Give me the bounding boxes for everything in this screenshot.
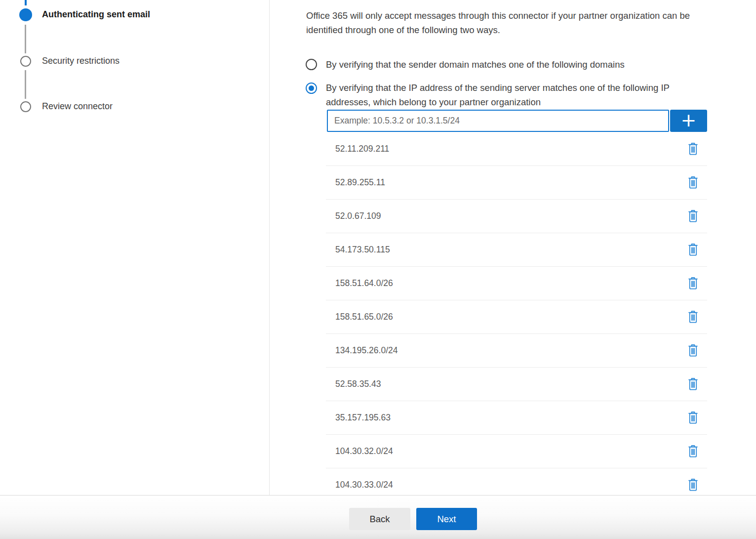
trash-icon xyxy=(687,344,699,357)
ip-list-row: 52.11.209.211 xyxy=(326,132,707,166)
ip-list-row: 158.51.64.0/26 xyxy=(326,267,707,300)
ip-address-value: 52.89.255.11 xyxy=(335,177,385,188)
ip-address-value: 158.51.65.0/26 xyxy=(335,312,393,322)
step-active-indicator-icon xyxy=(19,8,32,21)
ip-address-value: 52.0.67.109 xyxy=(335,211,381,221)
plus-icon: + xyxy=(681,111,697,129)
ip-address-value: 52.58.35.43 xyxy=(335,379,381,389)
trash-icon xyxy=(687,445,699,458)
trash-icon xyxy=(687,176,699,189)
ip-address-input[interactable] xyxy=(327,110,669,132)
authenticating-sent-email-panel: Office 365 will only accept messages thr… xyxy=(270,0,756,495)
trash-icon xyxy=(687,277,699,290)
ip-list-row: 52.58.35.43 xyxy=(326,368,707,401)
delete-ip-button[interactable] xyxy=(684,139,702,159)
ip-list-row: 134.195.26.0/24 xyxy=(326,334,707,368)
delete-ip-button[interactable] xyxy=(684,240,702,260)
delete-ip-button[interactable] xyxy=(684,475,702,495)
delete-ip-button[interactable] xyxy=(684,307,702,327)
delete-ip-button[interactable] xyxy=(684,341,702,361)
trash-icon xyxy=(687,411,699,424)
panel-description-line2: identified through one of the following … xyxy=(306,23,500,37)
radio-option-label[interactable]: By verifying that the sender domain matc… xyxy=(326,59,625,71)
ip-list-row: 52.0.67.109 xyxy=(326,200,707,233)
ip-list-row: 158.51.65.0/26 xyxy=(326,300,707,334)
radio-selected-icon[interactable] xyxy=(306,83,317,94)
ip-list-row: 52.89.255.11 xyxy=(326,166,707,200)
ip-address-value: 134.195.26.0/24 xyxy=(335,345,398,356)
radio-unselected-icon[interactable] xyxy=(306,59,317,70)
trash-icon xyxy=(687,310,699,324)
step-label: Authenticating sent email xyxy=(42,9,150,20)
trash-icon xyxy=(687,142,699,156)
delete-ip-button[interactable] xyxy=(684,374,702,394)
ip-list-row: 35.157.195.63 xyxy=(326,401,707,435)
delete-ip-button[interactable] xyxy=(684,442,702,461)
trash-icon xyxy=(687,377,699,391)
trash-icon xyxy=(687,478,699,492)
add-ip-button[interactable]: + xyxy=(670,110,707,132)
next-button[interactable]: Next xyxy=(416,508,477,530)
delete-ip-button[interactable] xyxy=(684,173,702,193)
ip-address-value: 104.30.33.0/24 xyxy=(335,480,393,490)
ip-address-value: 35.157.195.63 xyxy=(335,413,391,423)
delete-ip-button[interactable] xyxy=(684,408,702,428)
ip-entry-row: + xyxy=(327,110,707,132)
ip-list-row: 104.30.32.0/24 xyxy=(326,435,707,468)
ip-list-row: 54.173.50.115 xyxy=(326,233,707,267)
wizard-stepper: Authenticating sent email Security restr… xyxy=(0,0,269,495)
radio-option-label-line1[interactable]: By verifying that the IP address of the … xyxy=(326,82,670,94)
connector-wizard-page: Authenticating sent email Security restr… xyxy=(0,0,756,539)
delete-ip-button[interactable] xyxy=(684,207,702,226)
ip-address-list: 52.11.209.211 52.89.255.11 xyxy=(326,132,707,502)
ip-address-value: 158.51.64.0/26 xyxy=(335,278,393,289)
stepper-line-previous-step xyxy=(25,0,27,5)
step-upcoming-indicator-icon xyxy=(20,101,31,112)
delete-ip-button[interactable] xyxy=(684,274,702,293)
step-label: Review connector xyxy=(42,101,113,112)
stepper-connector-line xyxy=(25,25,26,53)
ip-address-value: 52.11.209.211 xyxy=(335,144,389,154)
step-label: Security restrictions xyxy=(42,56,119,66)
ip-address-value: 54.173.50.115 xyxy=(335,245,390,255)
radio-option-label-line2[interactable]: addresses, which belong to your partner … xyxy=(326,96,541,108)
wizard-footer: Back Next xyxy=(0,495,756,539)
trash-icon xyxy=(687,209,699,223)
trash-icon xyxy=(687,243,699,256)
ip-address-value: 104.30.32.0/24 xyxy=(335,446,393,456)
back-button[interactable]: Back xyxy=(349,508,410,530)
step-upcoming-indicator-icon xyxy=(20,56,31,67)
stepper-connector-line xyxy=(25,70,26,99)
panel-description-line1: Office 365 will only accept messages thr… xyxy=(306,8,690,23)
